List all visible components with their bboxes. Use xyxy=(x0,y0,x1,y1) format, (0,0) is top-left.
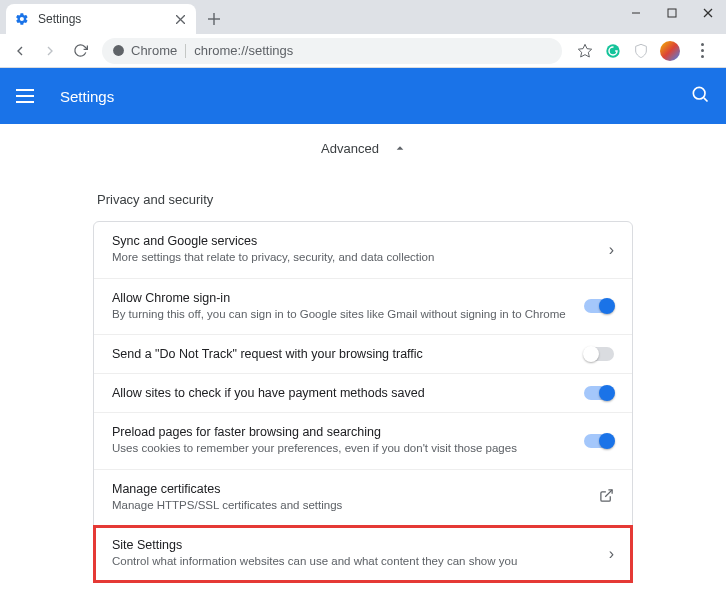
extension-grammarly-icon[interactable] xyxy=(604,42,622,60)
chrome-logo-icon xyxy=(112,44,125,57)
window-controls xyxy=(618,0,726,26)
row-subtitle: By turning this off, you can sign in to … xyxy=(112,307,566,323)
section-title: Privacy and security xyxy=(93,184,633,221)
row-subtitle: More settings that relate to privacy, se… xyxy=(112,250,566,266)
settings-header: Settings xyxy=(0,68,726,124)
url-text: chrome://settings xyxy=(194,43,293,58)
row-do-not-track: Send a "Do Not Track" request with your … xyxy=(94,335,632,374)
row-title: Manage certificates xyxy=(112,482,566,496)
svg-point-11 xyxy=(693,87,705,99)
toggle-allow-signin[interactable] xyxy=(584,299,614,313)
privacy-section: Privacy and security Sync and Google ser… xyxy=(93,184,633,593)
tab-close-button[interactable] xyxy=(172,11,188,27)
tab-title: Settings xyxy=(38,12,172,26)
external-link-icon xyxy=(599,488,614,507)
profile-avatar-button[interactable] xyxy=(660,41,680,61)
back-button[interactable] xyxy=(6,37,34,65)
gear-icon xyxy=(14,11,30,27)
row-allow-signin: Allow Chrome sign-in By turning this off… xyxy=(94,279,632,336)
menu-button[interactable] xyxy=(16,84,40,108)
row-site-settings[interactable]: Site Settings Control what information w… xyxy=(94,526,632,582)
window-minimize-button[interactable] xyxy=(618,0,654,26)
row-preload-pages: Preload pages for faster browsing and se… xyxy=(94,413,632,470)
settings-content: Advanced Privacy and security Sync and G… xyxy=(0,124,726,593)
svg-marker-9 xyxy=(578,44,591,57)
svg-line-12 xyxy=(704,98,708,102)
window-maximize-button[interactable] xyxy=(654,0,690,26)
chevron-right-icon: › xyxy=(609,241,614,259)
svg-line-14 xyxy=(605,490,612,497)
chevron-up-icon xyxy=(395,141,405,156)
row-title: Sync and Google services xyxy=(112,234,566,248)
origin-label: Chrome xyxy=(131,43,177,58)
row-title: Allow sites to check if you have payment… xyxy=(112,386,566,400)
row-payment-methods: Allow sites to check if you have payment… xyxy=(94,374,632,413)
bookmark-star-button[interactable] xyxy=(576,42,594,60)
extension-icons xyxy=(570,41,720,61)
row-subtitle: Control what information websites can us… xyxy=(112,554,566,570)
toggle-payment[interactable] xyxy=(584,386,614,400)
extension-shield-icon[interactable] xyxy=(632,42,650,60)
row-title: Site Settings xyxy=(112,538,566,552)
advanced-toggle[interactable]: Advanced xyxy=(0,124,726,172)
divider xyxy=(185,44,186,58)
address-bar[interactable]: Chrome chrome://settings xyxy=(102,38,562,64)
toggle-preload[interactable] xyxy=(584,434,614,448)
site-info-button[interactable]: Chrome xyxy=(112,43,177,58)
svg-rect-1 xyxy=(668,9,676,17)
browser-tab-settings[interactable]: Settings xyxy=(6,4,196,34)
window-close-button[interactable] xyxy=(690,0,726,26)
row-manage-certificates[interactable]: Manage certificates Manage HTTPS/SSL cer… xyxy=(94,470,632,527)
row-title: Allow Chrome sign-in xyxy=(112,291,566,305)
toggle-dnt[interactable] xyxy=(584,347,614,361)
chevron-right-icon: › xyxy=(609,545,614,563)
row-subtitle: Uses cookies to remember your preference… xyxy=(112,441,566,457)
advanced-label: Advanced xyxy=(321,141,379,156)
row-title: Preload pages for faster browsing and se… xyxy=(112,425,566,439)
page-title: Settings xyxy=(60,88,114,105)
svg-marker-13 xyxy=(397,146,404,149)
forward-button[interactable] xyxy=(36,37,64,65)
reload-button[interactable] xyxy=(66,37,94,65)
row-title: Send a "Do Not Track" request with your … xyxy=(112,347,566,361)
row-subtitle: Manage HTTPS/SSL certificates and settin… xyxy=(112,498,566,514)
row-sync-services[interactable]: Sync and Google services More settings t… xyxy=(94,222,632,279)
search-settings-button[interactable] xyxy=(690,84,710,108)
browser-menu-button[interactable] xyxy=(690,43,714,58)
svg-point-8 xyxy=(113,45,124,56)
new-tab-button[interactable] xyxy=(200,5,228,33)
settings-card: Sync and Google services More settings t… xyxy=(93,221,633,583)
browser-toolbar: Chrome chrome://settings xyxy=(0,34,726,68)
